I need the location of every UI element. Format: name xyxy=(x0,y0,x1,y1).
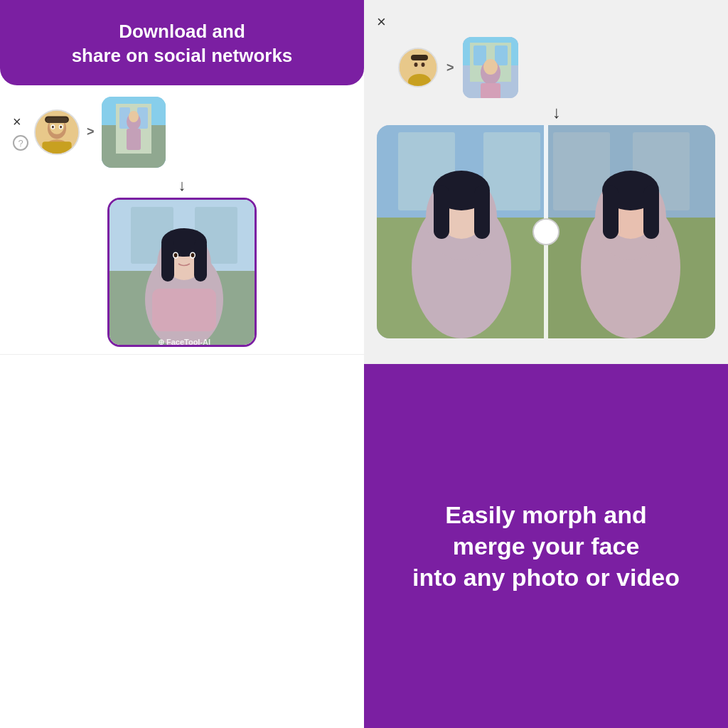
promo-header: Download and share on social networks xyxy=(0,0,364,85)
promo-text: Easily morph and merge your face into an… xyxy=(412,499,680,594)
compare-source-avatar xyxy=(398,48,438,87)
bottom-left-panel xyxy=(0,364,364,728)
target-thumbnail xyxy=(102,97,166,168)
svg-point-9 xyxy=(60,125,62,128)
svg-rect-51 xyxy=(481,83,500,98)
svg-point-42 xyxy=(422,63,425,67)
promo-banner: Easily morph and merge your face into an… xyxy=(364,364,728,728)
svg-rect-72 xyxy=(603,186,619,239)
svg-rect-35 xyxy=(152,289,216,331)
svg-point-33 xyxy=(191,253,195,257)
compare-panel: × > xyxy=(364,0,728,364)
help-icon: ? xyxy=(13,135,28,151)
svg-rect-28 xyxy=(161,239,174,282)
compare-main-image xyxy=(377,125,715,338)
result-image: ⊕ FaceTool-AI xyxy=(107,198,257,347)
settings-section: Settings Enhance face ✓ Watermark ✓ xyxy=(0,354,364,364)
svg-rect-73 xyxy=(643,186,659,239)
svg-point-32 xyxy=(174,253,178,257)
swap-input-row: > xyxy=(0,85,364,173)
svg-rect-48 xyxy=(495,46,508,65)
compare-image-svg xyxy=(377,125,715,338)
compare-source-face xyxy=(400,49,438,87)
compare-target-thumb xyxy=(463,37,518,98)
compare-input-row: > xyxy=(398,37,715,98)
result-svg: ⊕ FaceTool-AI xyxy=(109,200,257,347)
source-face-image xyxy=(36,111,78,154)
close-button[interactable]: × xyxy=(13,114,21,130)
corridor-svg xyxy=(102,97,166,168)
svg-text:⊕ FaceTool-AI: ⊕ FaceTool-AI xyxy=(158,337,210,346)
svg-point-17 xyxy=(129,111,139,122)
header-title: Download and share on social networks xyxy=(14,20,350,68)
svg-rect-62 xyxy=(474,186,490,239)
svg-rect-10 xyxy=(42,141,71,154)
svg-point-50 xyxy=(483,59,498,75)
app-panel: Download and share on social networks × … xyxy=(0,0,364,364)
corridor-image xyxy=(102,97,166,168)
result-person-visual: ⊕ FaceTool-AI xyxy=(109,200,255,345)
svg-rect-40 xyxy=(411,55,428,60)
compare-flow-arrow: ↓ xyxy=(398,102,715,122)
compare-chevron-icon: > xyxy=(446,60,454,75)
source-avatar xyxy=(34,109,80,155)
svg-rect-47 xyxy=(473,46,486,65)
svg-rect-29 xyxy=(194,239,207,282)
svg-rect-5 xyxy=(46,117,68,123)
svg-rect-61 xyxy=(434,186,449,239)
result-image-wrapper: ⊕ FaceTool-AI xyxy=(0,198,364,347)
svg-point-8 xyxy=(52,125,54,128)
svg-point-41 xyxy=(414,63,418,67)
flow-arrow: ↓ xyxy=(0,173,364,198)
svg-point-75 xyxy=(533,219,559,245)
svg-rect-18 xyxy=(127,129,141,150)
compare-close-button[interactable]: × xyxy=(377,13,386,31)
compare-target-image xyxy=(463,37,518,98)
chevron-icon: > xyxy=(87,124,95,139)
